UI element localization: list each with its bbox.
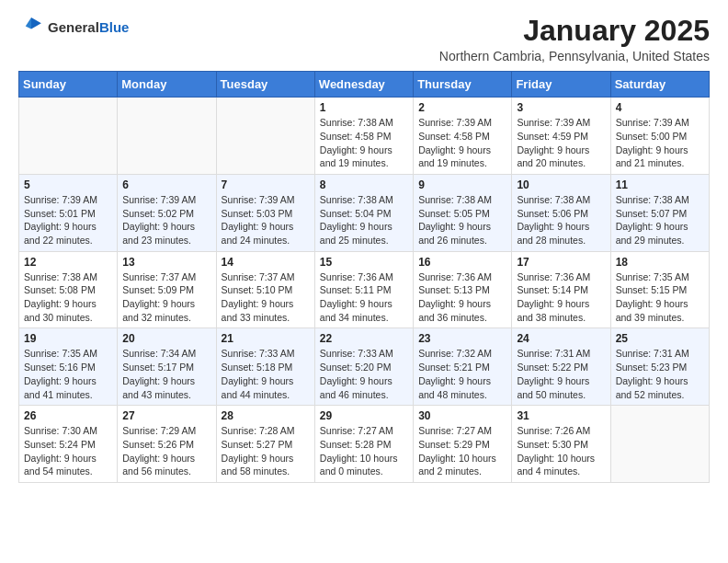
calendar-header-row: SundayMondayTuesdayWednesdayThursdayFrid… [19,72,710,98]
day-number: 25 [616,332,704,345]
calendar-cell: 27Sunrise: 7:29 AM Sunset: 5:26 PM Dayli… [118,406,216,483]
day-number: 9 [418,178,506,191]
calendar-cell: 31Sunrise: 7:26 AM Sunset: 5:30 PM Dayli… [512,406,610,483]
calendar-cell: 26Sunrise: 7:30 AM Sunset: 5:24 PM Dayli… [19,406,118,483]
day-number: 7 [222,178,310,191]
calendar-cell: 4Sunrise: 7:39 AM Sunset: 5:00 PM Daylig… [610,98,709,175]
svg-marker-0 [31,17,41,29]
day-number: 19 [24,332,112,345]
day-info: Sunrise: 7:36 AM Sunset: 5:11 PM Dayligh… [320,270,408,325]
day-number: 24 [517,332,605,345]
calendar-cell: 12Sunrise: 7:38 AM Sunset: 5:08 PM Dayli… [19,251,118,328]
day-number: 6 [122,178,210,191]
calendar-cell: 3Sunrise: 7:39 AM Sunset: 4:59 PM Daylig… [512,98,610,175]
calendar-cell [118,98,216,175]
calendar-week-row: 19Sunrise: 7:35 AM Sunset: 5:16 PM Dayli… [19,328,710,406]
day-number: 3 [517,101,605,114]
calendar-cell: 7Sunrise: 7:39 AM Sunset: 5:03 PM Daylig… [216,174,314,251]
day-number: 17 [517,256,605,269]
day-info: Sunrise: 7:38 AM Sunset: 5:06 PM Dayligh… [517,193,605,247]
calendar-cell: 24Sunrise: 7:31 AM Sunset: 5:22 PM Dayli… [512,328,610,406]
day-number: 21 [222,332,310,345]
day-info: Sunrise: 7:37 AM Sunset: 5:10 PM Dayligh… [222,270,310,325]
day-number: 27 [122,409,210,422]
calendar-cell: 1Sunrise: 7:38 AM Sunset: 4:58 PM Daylig… [314,98,413,175]
day-number: 31 [517,409,605,422]
day-info: Sunrise: 7:39 AM Sunset: 4:58 PM Dayligh… [418,116,506,170]
day-number: 2 [418,101,506,114]
calendar-cell [19,98,118,175]
calendar-header-monday: Monday [118,72,216,98]
calendar-table: SundayMondayTuesdayWednesdayThursdayFrid… [18,71,710,483]
day-info: Sunrise: 7:36 AM Sunset: 5:14 PM Dayligh… [517,270,605,325]
calendar-week-row: 5Sunrise: 7:39 AM Sunset: 5:01 PM Daylig… [19,174,710,251]
day-info: Sunrise: 7:33 AM Sunset: 5:18 PM Dayligh… [222,347,310,401]
calendar-cell: 25Sunrise: 7:31 AM Sunset: 5:23 PM Dayli… [610,328,709,406]
calendar-cell: 23Sunrise: 7:32 AM Sunset: 5:21 PM Dayli… [414,328,512,406]
day-number: 10 [517,178,605,191]
calendar-header-thursday: Thursday [414,72,512,98]
day-info: Sunrise: 7:35 AM Sunset: 5:15 PM Dayligh… [616,270,704,325]
day-number: 14 [222,256,310,269]
calendar-cell: 2Sunrise: 7:39 AM Sunset: 4:58 PM Daylig… [414,98,512,175]
calendar-cell: 21Sunrise: 7:33 AM Sunset: 5:18 PM Dayli… [216,328,314,406]
day-number: 16 [418,256,506,269]
calendar-cell [610,406,709,483]
day-number: 5 [24,178,112,191]
calendar-cell: 8Sunrise: 7:38 AM Sunset: 5:04 PM Daylig… [314,174,413,251]
calendar-cell: 10Sunrise: 7:38 AM Sunset: 5:06 PM Dayli… [512,174,610,251]
calendar-header-sunday: Sunday [19,72,118,98]
day-info: Sunrise: 7:39 AM Sunset: 5:02 PM Dayligh… [122,193,210,247]
calendar-cell: 30Sunrise: 7:27 AM Sunset: 5:29 PM Dayli… [414,406,512,483]
day-number: 8 [320,178,408,191]
day-info: Sunrise: 7:39 AM Sunset: 5:00 PM Dayligh… [616,116,704,170]
day-info: Sunrise: 7:39 AM Sunset: 5:01 PM Dayligh… [24,193,112,247]
calendar-cell: 9Sunrise: 7:38 AM Sunset: 5:05 PM Daylig… [414,174,512,251]
day-number: 29 [320,409,408,422]
logo-icon [18,15,44,40]
header: GeneralBlue January 2025 Northern Cambri… [18,15,710,63]
location-subtitle: Northern Cambria, Pennsylvania, United S… [439,49,710,63]
day-info: Sunrise: 7:39 AM Sunset: 5:03 PM Dayligh… [222,193,310,247]
day-number: 12 [24,256,112,269]
calendar-header-saturday: Saturday [610,72,709,98]
calendar-cell: 13Sunrise: 7:37 AM Sunset: 5:09 PM Dayli… [118,251,216,328]
day-info: Sunrise: 7:37 AM Sunset: 5:09 PM Dayligh… [122,270,210,325]
calendar-header-tuesday: Tuesday [216,72,314,98]
calendar-cell: 20Sunrise: 7:34 AM Sunset: 5:17 PM Dayli… [118,328,216,406]
day-number: 28 [222,409,310,422]
day-number: 13 [122,256,210,269]
day-info: Sunrise: 7:34 AM Sunset: 5:17 PM Dayligh… [122,347,210,401]
month-title: January 2025 [439,15,710,47]
day-info: Sunrise: 7:27 AM Sunset: 5:28 PM Dayligh… [320,424,408,478]
day-info: Sunrise: 7:33 AM Sunset: 5:20 PM Dayligh… [320,347,408,401]
calendar-cell: 5Sunrise: 7:39 AM Sunset: 5:01 PM Daylig… [19,174,118,251]
day-info: Sunrise: 7:30 AM Sunset: 5:24 PM Dayligh… [24,424,112,478]
day-number: 22 [320,332,408,345]
day-number: 23 [418,332,506,345]
page: GeneralBlue January 2025 Northern Cambri… [0,0,728,498]
logo-blue-text: Blue [99,19,130,35]
day-info: Sunrise: 7:31 AM Sunset: 5:23 PM Dayligh… [616,347,704,401]
calendar-cell: 19Sunrise: 7:35 AM Sunset: 5:16 PM Dayli… [19,328,118,406]
title-block: January 2025 Northern Cambria, Pennsylva… [439,15,710,63]
logo-general: General [48,19,99,35]
day-info: Sunrise: 7:31 AM Sunset: 5:22 PM Dayligh… [517,347,605,401]
calendar-week-row: 12Sunrise: 7:38 AM Sunset: 5:08 PM Dayli… [19,251,710,328]
day-info: Sunrise: 7:29 AM Sunset: 5:26 PM Dayligh… [122,424,210,478]
day-info: Sunrise: 7:26 AM Sunset: 5:30 PM Dayligh… [517,424,605,478]
calendar-cell: 28Sunrise: 7:28 AM Sunset: 5:27 PM Dayli… [216,406,314,483]
calendar-cell: 29Sunrise: 7:27 AM Sunset: 5:28 PM Dayli… [314,406,413,483]
calendar-cell: 18Sunrise: 7:35 AM Sunset: 5:15 PM Dayli… [610,251,709,328]
calendar-cell: 14Sunrise: 7:37 AM Sunset: 5:10 PM Dayli… [216,251,314,328]
calendar-cell: 16Sunrise: 7:36 AM Sunset: 5:13 PM Dayli… [414,251,512,328]
day-info: Sunrise: 7:27 AM Sunset: 5:29 PM Dayligh… [418,424,506,478]
logo: GeneralBlue [18,15,129,40]
day-number: 1 [320,101,408,114]
day-info: Sunrise: 7:38 AM Sunset: 4:58 PM Dayligh… [320,116,408,170]
calendar-header-friday: Friday [512,72,610,98]
day-info: Sunrise: 7:28 AM Sunset: 5:27 PM Dayligh… [222,424,310,478]
calendar-cell: 6Sunrise: 7:39 AM Sunset: 5:02 PM Daylig… [118,174,216,251]
day-number: 4 [616,101,704,114]
day-info: Sunrise: 7:36 AM Sunset: 5:13 PM Dayligh… [418,270,506,325]
